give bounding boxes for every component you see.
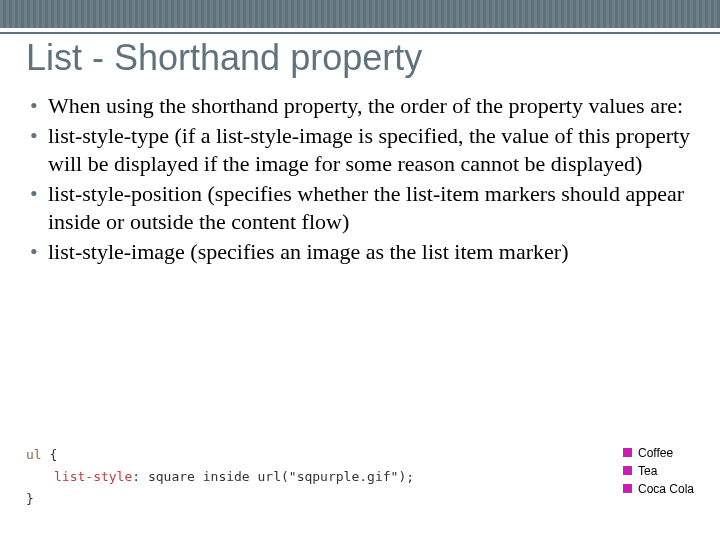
code-value: square inside url("sqpurple.gif") [148, 469, 406, 484]
square-bullet-icon [623, 466, 632, 475]
list-item: list-style-position (specifies whether t… [26, 180, 694, 236]
rendered-example-list: Coffee Tea Coca Cola [623, 444, 694, 498]
list-item-label: Coffee [638, 444, 673, 462]
bullet-list: When using the shorthand property, the o… [26, 92, 694, 267]
list-item: Tea [623, 462, 694, 480]
square-bullet-icon [623, 484, 632, 493]
slide-content: List - Shorthand property When using the… [0, 0, 720, 540]
list-item: Coca Cola [623, 480, 694, 498]
code-property: list-style [54, 469, 132, 484]
list-item-label: Coca Cola [638, 480, 694, 498]
code-selector: ul [26, 447, 42, 462]
list-item: Coffee [623, 444, 694, 462]
code-brace-close: } [26, 491, 34, 506]
bottom-row: ul { list-style: square inside url("sqpu… [26, 444, 694, 510]
list-item: list-style-image (specifies an image as … [26, 238, 694, 266]
list-item: When using the shorthand property, the o… [26, 92, 694, 120]
list-item: list-style-type (if a list-style-image i… [26, 122, 694, 178]
code-semicolon: ; [406, 469, 414, 484]
code-snippet: ul { list-style: square inside url("sqpu… [26, 444, 414, 510]
code-brace-open: { [49, 447, 57, 462]
code-colon: : [132, 469, 140, 484]
square-bullet-icon [623, 448, 632, 457]
list-item-label: Tea [638, 462, 657, 480]
slide-title: List - Shorthand property [26, 38, 694, 78]
